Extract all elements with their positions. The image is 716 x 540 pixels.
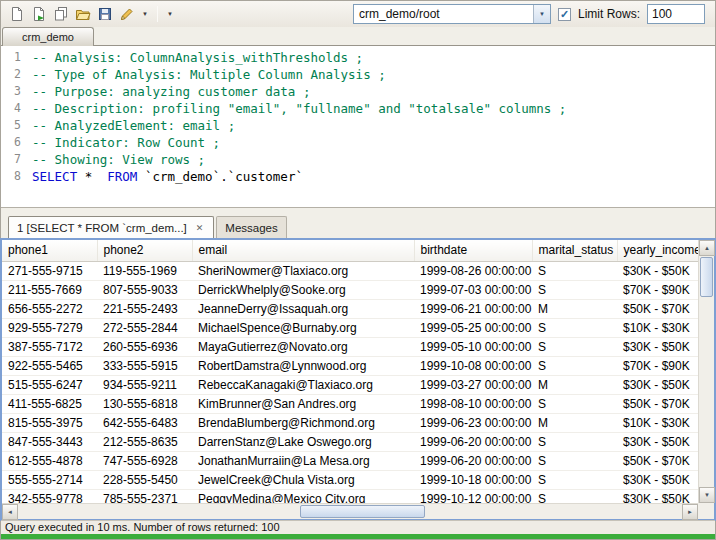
table-row[interactable]: 847-555-3443212-555-8635DarrenStanz@Lake… xyxy=(2,432,698,451)
vertical-scrollbar-thumb[interactable] xyxy=(700,257,713,297)
results-panel: phone1phone2emailbirthdatemarital_status… xyxy=(0,238,716,521)
scroll-right-icon: ► xyxy=(687,509,693,515)
scroll-right-button[interactable]: ► xyxy=(682,504,698,520)
table-cell: 1999-10-18 00:00:00.000 xyxy=(414,470,532,489)
table-cell: 1999-10-12 00:00:00.000 xyxy=(414,489,532,503)
line-number: 2 xyxy=(1,66,21,83)
table-cell: JonathanMurraiin@La Mesa.org xyxy=(192,451,414,470)
code-line: 2-- Type of Analysis: Multiple Column An… xyxy=(1,66,715,83)
open-folder-icon xyxy=(75,6,91,22)
line-number: 7 xyxy=(1,151,21,168)
table-cell: S xyxy=(532,451,617,470)
table-cell: $30K - $50K xyxy=(617,337,698,356)
edit-pen-icon xyxy=(119,6,135,22)
table-row[interactable]: 929-555-7279272-555-2844MichaelSpence@Bu… xyxy=(2,318,698,337)
editor-tab-crm-demo[interactable]: crm_demo xyxy=(2,27,94,46)
copy-icon xyxy=(53,6,69,22)
line-number: 6 xyxy=(1,134,21,151)
connection-combo[interactable]: crm_demo/root ▼ xyxy=(353,4,551,24)
view-dropdown-caret-icon[interactable]: ▼ xyxy=(164,11,176,17)
code-line: 6-- Indicator: Row Count ; xyxy=(1,134,715,151)
results-tab-bar: 1 [SELECT * FROM `crm_dem...] ✕ Messages xyxy=(1,215,715,238)
table-row[interactable]: 612-555-4878747-555-6928JonathanMurraiin… xyxy=(2,451,698,470)
new-file-button[interactable] xyxy=(7,4,27,24)
table-row[interactable]: 815-555-3975642-555-6483BrendaBlumberg@R… xyxy=(2,413,698,432)
table-cell: MayaGutierrez@Novato.org xyxy=(192,337,414,356)
table-cell: 1999-05-10 00:00:00.000 xyxy=(414,337,532,356)
table-cell: S xyxy=(532,489,617,503)
export-button[interactable] xyxy=(29,4,49,24)
limit-rows-input[interactable] xyxy=(647,4,705,24)
table-cell: 515-555-6247 xyxy=(2,375,97,394)
table-row[interactable]: 211-555-7669807-555-9033DerrickWhelply@S… xyxy=(2,280,698,299)
column-header-birthdate[interactable]: birthdate xyxy=(414,240,532,261)
scroll-up-button[interactable]: ▲ xyxy=(699,240,715,256)
limit-rows-checkbox[interactable]: ✓ xyxy=(558,8,571,21)
column-header-phone2[interactable]: phone2 xyxy=(97,240,192,261)
table-cell: 847-555-3443 xyxy=(2,432,97,451)
table-cell: $50K - $70K xyxy=(617,394,698,413)
table-row[interactable]: 922-555-5465333-555-5915RobertDamstra@Ly… xyxy=(2,356,698,375)
table-cell: 1998-08-10 00:00:00.000 xyxy=(414,394,532,413)
sql-editor[interactable]: 1-- Analysis: ColumnAnalysis_withThresho… xyxy=(1,45,715,208)
table-cell: 411-555-6825 xyxy=(2,394,97,413)
table-cell: 815-555-3975 xyxy=(2,413,97,432)
close-tab-icon[interactable]: ✕ xyxy=(194,222,206,234)
column-header-email[interactable]: email xyxy=(192,240,414,261)
horizontal-scrollbar-thumb[interactable] xyxy=(300,505,425,518)
table-cell: $70K - $90K xyxy=(617,356,698,375)
table-row[interactable]: 555-555-2714228-555-5450JewelCreek@Chula… xyxy=(2,470,698,489)
table-cell: $30K - $50K xyxy=(617,489,698,503)
results-tab-messages[interactable]: Messages xyxy=(216,216,286,238)
toolbar-right-group: crm_demo/root ▼ ✓ Limit Rows: xyxy=(353,4,715,24)
table-cell: 555-555-2714 xyxy=(2,470,97,489)
scroll-left-button[interactable]: ◄ xyxy=(2,504,18,520)
table-row[interactable]: 387-555-7172260-555-6936MayaGutierrez@No… xyxy=(2,337,698,356)
table-cell: JeanneDerry@Issaquah.org xyxy=(192,299,414,318)
table-cell: $30K - $50K xyxy=(617,261,698,280)
results-table-body: 271-555-9715119-555-1969SheriNowmer@Tlax… xyxy=(2,261,698,503)
results-table: phone1phone2emailbirthdatemarital_status… xyxy=(2,240,698,503)
table-row[interactable]: 656-555-2272221-555-2493JeanneDerry@Issa… xyxy=(2,299,698,318)
table-cell: DerrickWhelply@Sooke.org xyxy=(192,280,414,299)
table-cell: 922-555-5465 xyxy=(2,356,97,375)
table-row[interactable]: 342-555-9778785-555-2371PeggyMedina@Mexi… xyxy=(2,489,698,503)
table-cell: $10K - $30K xyxy=(617,413,698,432)
column-header-yearly_income[interactable]: yearly_income xyxy=(617,240,698,261)
edit-dropdown-caret-icon[interactable]: ▼ xyxy=(139,11,151,17)
table-cell: M xyxy=(532,413,617,432)
table-cell: 221-555-2493 xyxy=(97,299,192,318)
results-grid[interactable]: phone1phone2emailbirthdatemarital_status… xyxy=(2,240,698,503)
table-cell: 260-555-6936 xyxy=(97,337,192,356)
table-cell: DarrenStanz@Lake Oswego.org xyxy=(192,432,414,451)
table-cell: M xyxy=(532,375,617,394)
table-cell: S xyxy=(532,394,617,413)
table-row[interactable]: 411-555-6825130-555-6818KimBrunner@San A… xyxy=(2,394,698,413)
table-cell: 212-555-8635 xyxy=(97,432,192,451)
horizontal-scrollbar[interactable]: ◄ ► xyxy=(2,503,698,519)
table-cell: 1999-10-08 00:00:00.000 xyxy=(414,356,532,375)
table-row[interactable]: 271-555-9715119-555-1969SheriNowmer@Tlax… xyxy=(2,261,698,280)
results-tab-query[interactable]: 1 [SELECT * FROM `crm_dem...] ✕ xyxy=(8,216,214,238)
table-cell: 130-555-6818 xyxy=(97,394,192,413)
save-button[interactable] xyxy=(95,4,115,24)
table-cell: SheriNowmer@Tlaxiaco.org xyxy=(192,261,414,280)
table-cell: S xyxy=(532,432,617,451)
table-row[interactable]: 515-555-6247934-555-9211RebeccaKanagaki@… xyxy=(2,375,698,394)
table-cell: S xyxy=(532,470,617,489)
table-cell: BrendaBlumberg@Richmond.org xyxy=(192,413,414,432)
column-header-phone1[interactable]: phone1 xyxy=(2,240,97,261)
table-cell: 1999-06-20 00:00:00.000 xyxy=(414,451,532,470)
table-cell: 342-555-9778 xyxy=(2,489,97,503)
vertical-scrollbar[interactable]: ▲ ▼ xyxy=(698,240,714,503)
copy-button[interactable] xyxy=(51,4,71,24)
connection-combo-dropdown-button[interactable]: ▼ xyxy=(533,5,550,23)
edit-pen-button[interactable] xyxy=(117,4,137,24)
column-header-marital_status[interactable]: marital_status xyxy=(532,240,617,261)
open-folder-button[interactable] xyxy=(73,4,93,24)
table-cell: 934-555-9211 xyxy=(97,375,192,394)
results-tab-messages-label: Messages xyxy=(225,222,277,234)
progress-bar xyxy=(1,534,715,539)
scroll-down-button[interactable]: ▼ xyxy=(699,487,715,503)
table-cell: $10K - $30K xyxy=(617,318,698,337)
